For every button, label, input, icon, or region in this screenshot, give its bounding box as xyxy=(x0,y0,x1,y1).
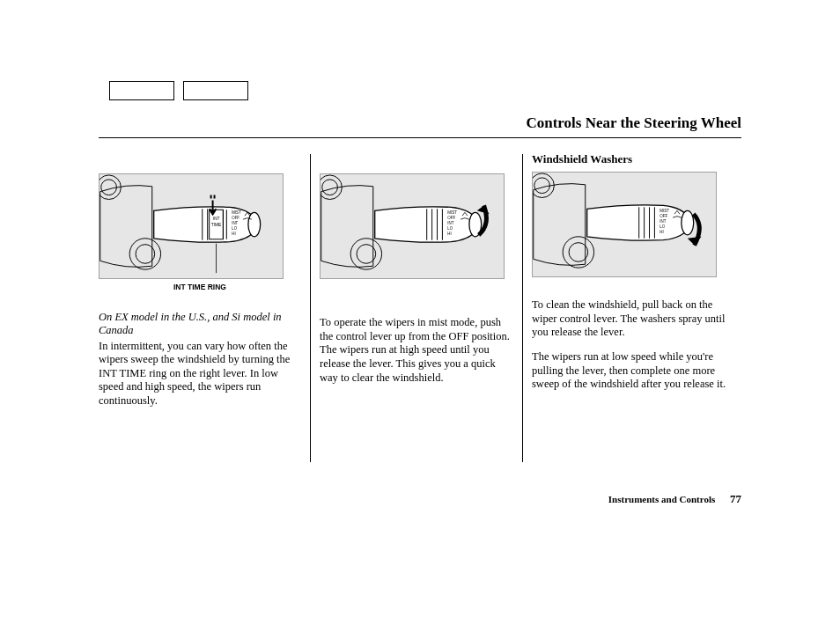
svg-point-1 xyxy=(101,180,117,195)
svg-text:LO: LO xyxy=(659,224,665,229)
svg-text:LO: LO xyxy=(447,226,453,231)
svg-text:OFF: OFF xyxy=(447,216,455,220)
windshield-washers-heading: Windshield Washers xyxy=(532,152,734,166)
svg-text:HI: HI xyxy=(659,230,663,234)
column-2: MIST OFF INT LO HI To operate the wipers… xyxy=(311,154,522,462)
title-rule xyxy=(99,137,741,138)
svg-text:MIST: MIST xyxy=(232,210,241,215)
svg-point-38 xyxy=(682,210,694,235)
page-footer: Instruments and Controls 77 xyxy=(608,492,741,506)
svg-marker-48 xyxy=(688,237,702,246)
page-title: Controls Near the Steering Wheel xyxy=(99,114,741,137)
column-1: INT TIME MIST OFF INT LO HI xyxy=(99,154,310,462)
illustration-int-ring: INT TIME MIST OFF INT LO HI xyxy=(99,173,284,279)
svg-text:LO: LO xyxy=(232,226,237,231)
top-tab-boxes xyxy=(109,81,248,100)
svg-point-21 xyxy=(350,239,381,269)
svg-text:MIST: MIST xyxy=(659,209,669,213)
svg-text:INT: INT xyxy=(659,219,666,224)
illustration-washer: MIST OFF INT LO HI xyxy=(532,172,717,277)
svg-text:HI: HI xyxy=(447,232,451,236)
svg-text:OFF: OFF xyxy=(659,214,667,218)
svg-point-36 xyxy=(563,237,593,268)
column-3: Windshield Washers MIST OFF INT xyxy=(523,154,734,462)
tab-box-1 xyxy=(109,81,174,100)
col3-para-2: The wipers run at low speed while you're… xyxy=(532,350,734,392)
model-note: On EX model in the U.S., and Si model in… xyxy=(99,311,301,338)
tab-box-2 xyxy=(183,81,248,100)
svg-text:TIME: TIME xyxy=(211,223,222,227)
svg-text:INT: INT xyxy=(232,221,238,225)
col1-para-1: In intermittent, you can vary how often … xyxy=(99,340,301,408)
svg-text:HI: HI xyxy=(232,232,235,236)
col2-para-1: To operate the wipers in mist mode, push… xyxy=(320,316,513,385)
illustration-caption: INT TIME RING xyxy=(99,283,301,291)
chapter-name: Instruments and Controls xyxy=(608,494,715,504)
svg-text:MIST: MIST xyxy=(447,210,457,215)
svg-point-2 xyxy=(129,239,160,269)
svg-point-4 xyxy=(248,212,261,237)
svg-point-35 xyxy=(534,178,550,194)
svg-point-20 xyxy=(322,180,338,195)
svg-text:OFF: OFF xyxy=(232,216,239,220)
illustration-mist: MIST OFF INT LO HI xyxy=(320,173,505,279)
svg-text:INT: INT xyxy=(447,221,453,225)
col3-para-1: To clean the windshield, pull back on th… xyxy=(532,298,734,340)
page-number: 77 xyxy=(730,492,741,505)
svg-text:INT: INT xyxy=(213,217,220,221)
